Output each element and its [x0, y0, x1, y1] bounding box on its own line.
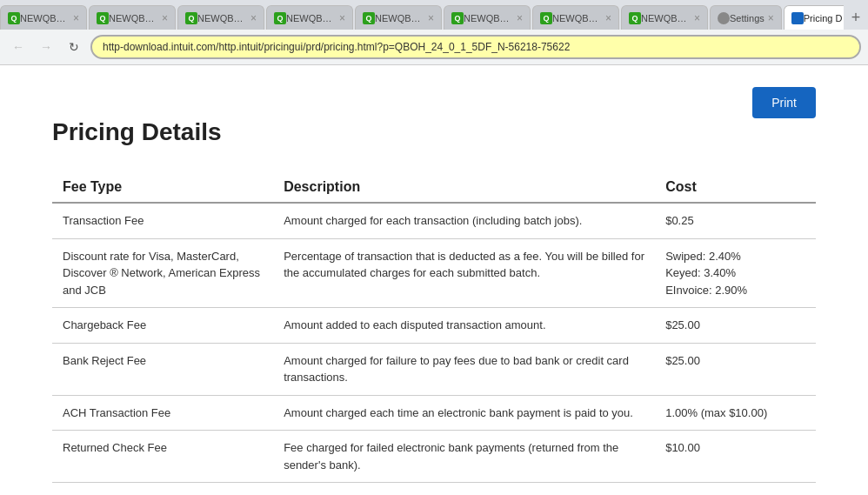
browser-tab-tab-5[interactable]: QNEWQBO.COM×: [355, 5, 442, 30]
table-header-row: Fee Type Description Cost: [52, 172, 816, 203]
browser-tab-tab-4[interactable]: QNEWQBO.COM×: [266, 5, 353, 30]
cost-cell: 1.00% (max $10.00): [655, 395, 816, 431]
cost-cell: $10.00: [655, 431, 816, 483]
cost-value: $25.00: [665, 354, 700, 367]
browser-tab-tab-1[interactable]: QNEWQBO.COM×: [0, 5, 87, 30]
tab-label: Pricing Details: [804, 13, 844, 23]
browser-chrome: QNEWQBO.COM×QNEWQBO.COM×QNEWQBO.COM×QNEW…: [0, 0, 868, 65]
tab-label: NEWQBO.COM: [197, 13, 247, 23]
pricing-table: Fee Type Description Cost Transaction Fe…: [52, 172, 816, 483]
cost-value: $25.00: [665, 318, 700, 331]
fee-type-cell: Discount rate for Visa, MasterCard, Disc…: [52, 238, 273, 308]
table-row: ACH Transaction FeeAmount charged each t…: [52, 395, 816, 431]
table-row: Transaction FeeAmount charged for each t…: [52, 203, 816, 238]
fee-type-cell: Chargeback Fee: [52, 308, 273, 344]
fee-type-cell: Bank Reject Fee: [52, 343, 273, 395]
table-row: Discount rate for Visa, MasterCard, Disc…: [52, 238, 816, 308]
tab-close-button[interactable]: ×: [250, 12, 257, 24]
tab-label: NEWQBO.COM: [375, 13, 424, 23]
col-header-description: Description: [273, 172, 655, 203]
tab-favicon: Q: [97, 12, 109, 24]
tab-favicon: [791, 12, 804, 24]
cost-value: 1.00% (max $10.00): [665, 406, 767, 419]
tab-label: NEWQBO.COM: [552, 13, 602, 23]
tab-close-button[interactable]: ×: [162, 12, 168, 24]
tab-favicon: Q: [8, 12, 20, 24]
tab-label: NEWQBO.COM: [464, 13, 513, 23]
reload-button[interactable]: ↻: [63, 36, 85, 58]
col-header-fee-type: Fee Type: [52, 172, 273, 203]
tab-favicon: Q: [540, 12, 552, 24]
tab-label: NEWQBO.COM: [20, 13, 70, 23]
table-row: Returned Check FeeFee charged for failed…: [52, 431, 816, 483]
tab-favicon: [718, 12, 730, 24]
description-cell: Amount charged for failure to pay fees d…: [273, 343, 655, 395]
tab-label: NEWQBO.COM: [641, 13, 691, 23]
tab-close-button[interactable]: ×: [73, 12, 79, 24]
page-content: Print Pricing Details Fee Type Descripti…: [0, 65, 868, 495]
table-row: Bank Reject FeeAmount charged for failur…: [52, 343, 816, 395]
cost-cell: Swiped: 2.40%Keyed: 3.40%EInvoice: 2.90%: [655, 238, 816, 308]
browser-tab-tab-9[interactable]: Settings×: [710, 5, 782, 30]
browser-tab-tab-6[interactable]: QNEWQBO.COM×: [444, 5, 531, 30]
tab-label: Settings: [730, 13, 765, 23]
cost-cell: $25.00: [655, 343, 816, 395]
browser-tab-tab-2[interactable]: QNEWQBO.COM×: [89, 5, 176, 30]
description-cell: Amount charged for each transaction (inc…: [273, 203, 655, 238]
tab-close-button[interactable]: ×: [339, 12, 345, 24]
tab-close-button[interactable]: ×: [694, 12, 700, 24]
forward-button[interactable]: →: [35, 36, 57, 58]
browser-tab-tab-3[interactable]: QNEWQBO.COM×: [177, 5, 264, 30]
tab-label: NEWQBO.COM: [286, 13, 336, 23]
cost-value: Keyed: 3.40%: [665, 266, 736, 279]
tab-close-button[interactable]: ×: [605, 12, 611, 24]
cost-value: EInvoice: 2.90%: [665, 284, 747, 297]
fee-type-cell: Returned Check Fee: [52, 431, 273, 483]
tab-favicon: Q: [363, 12, 375, 24]
tab-bar: QNEWQBO.COM×QNEWQBO.COM×QNEWQBO.COM×QNEW…: [0, 0, 868, 30]
tab-favicon: Q: [185, 12, 197, 24]
fee-type-cell: Transaction Fee: [52, 203, 273, 238]
tab-favicon: Q: [629, 12, 641, 24]
new-tab-button[interactable]: +: [844, 5, 868, 30]
description-cell: Percentage of transaction that is deduct…: [273, 238, 655, 308]
address-bar-row: ← → ↻ http-download.intuit.com/http.intu…: [0, 30, 868, 64]
description-cell: Fee charged for failed electronic bank p…: [273, 431, 655, 483]
description-cell: Amount charged each time an electronic b…: [273, 395, 655, 431]
tab-label: NEWQBO.COM: [109, 13, 158, 23]
browser-tab-tab-7[interactable]: QNEWQBO.COM×: [532, 5, 619, 30]
tab-favicon: Q: [274, 12, 286, 24]
url-text: http-download.intuit.com/http.intuit/pri…: [103, 41, 570, 53]
browser-tab-tab-8[interactable]: QNEWQBO.COM×: [621, 5, 708, 30]
back-button[interactable]: ←: [7, 36, 30, 58]
print-button[interactable]: Print: [752, 87, 816, 118]
fee-type-cell: ACH Transaction Fee: [52, 395, 273, 431]
tab-close-button[interactable]: ×: [768, 12, 774, 24]
cost-cell: $25.00: [655, 308, 816, 344]
col-header-cost: Cost: [655, 172, 816, 203]
cost-cell: $0.25: [655, 203, 816, 238]
cost-value: $10.00: [665, 441, 700, 454]
tab-close-button[interactable]: ×: [517, 12, 523, 24]
description-cell: Amount added to each disputed transactio…: [273, 308, 655, 344]
tab-close-button[interactable]: ×: [428, 12, 434, 24]
page-title: Pricing Details: [52, 118, 816, 146]
cost-value: Swiped: 2.40%: [665, 250, 741, 263]
cost-value: $0.25: [665, 214, 694, 227]
tab-favicon: Q: [451, 12, 464, 24]
table-row: Chargeback FeeAmount added to each dispu…: [52, 308, 816, 344]
browser-tab-tab-10[interactable]: Pricing Details×: [784, 5, 844, 30]
address-bar[interactable]: http-download.intuit.com/http.intuit/pri…: [90, 35, 861, 59]
